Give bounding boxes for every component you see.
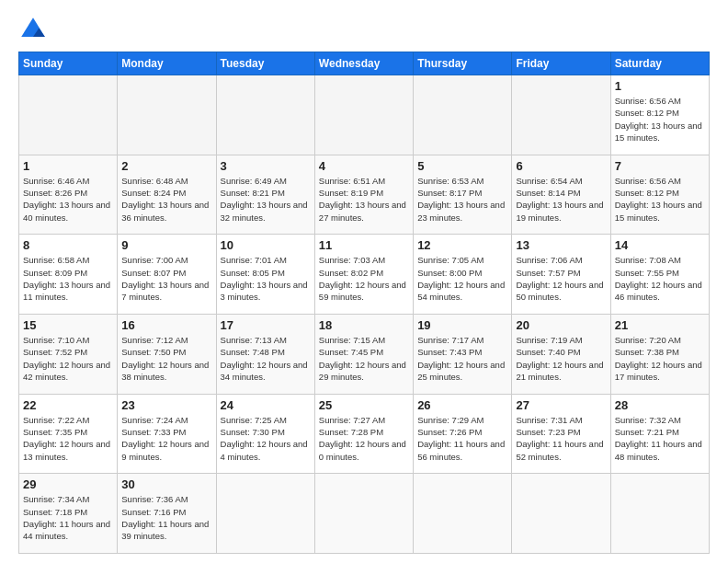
week-row: 8Sunrise: 6:58 AMSunset: 8:09 PMDaylight… (19, 235, 710, 315)
calendar-cell (118, 75, 216, 155)
day-info: Sunrise: 7:12 AMSunset: 7:50 PMDaylight:… (121, 334, 211, 383)
calendar-cell: 16Sunrise: 7:12 AMSunset: 7:50 PMDayligh… (118, 314, 216, 394)
day-info: Sunrise: 7:00 AMSunset: 8:07 PMDaylight:… (121, 254, 211, 303)
week-row: 1Sunrise: 6:56 AMSunset: 8:12 PMDaylight… (19, 75, 710, 155)
day-number: 15 (23, 318, 113, 332)
day-number: 21 (615, 318, 705, 332)
day-info: Sunrise: 6:53 AMSunset: 8:17 PMDaylight:… (417, 175, 507, 224)
day-info: Sunrise: 7:19 AMSunset: 7:40 PMDaylight:… (516, 334, 606, 383)
calendar-cell: 8Sunrise: 6:58 AMSunset: 8:09 PMDaylight… (19, 235, 118, 315)
day-of-week-header: Tuesday (216, 52, 314, 75)
week-row: 15Sunrise: 7:10 AMSunset: 7:52 PMDayligh… (19, 314, 710, 394)
day-number: 23 (121, 398, 211, 412)
day-number: 1 (23, 159, 113, 173)
day-info: Sunrise: 7:20 AMSunset: 7:38 PMDaylight:… (615, 334, 705, 383)
day-info: Sunrise: 6:58 AMSunset: 8:09 PMDaylight:… (23, 254, 113, 303)
logo-icon (18, 15, 48, 44)
calendar-cell (610, 474, 709, 554)
calendar-cell: 4Sunrise: 6:51 AMSunset: 8:19 PMDaylight… (314, 155, 413, 235)
calendar-cell: 18Sunrise: 7:15 AMSunset: 7:45 PMDayligh… (314, 314, 413, 394)
calendar-cell: 20Sunrise: 7:19 AMSunset: 7:40 PMDayligh… (512, 314, 610, 394)
day-info: Sunrise: 7:05 AMSunset: 8:00 PMDaylight:… (417, 254, 507, 303)
logo (18, 15, 51, 44)
calendar-cell: 25Sunrise: 7:27 AMSunset: 7:28 PMDayligh… (314, 394, 413, 474)
calendar-cell: 2Sunrise: 6:48 AMSunset: 8:24 PMDaylight… (118, 155, 216, 235)
day-info: Sunrise: 7:01 AMSunset: 8:05 PMDaylight:… (221, 254, 311, 303)
calendar-cell: 15Sunrise: 7:10 AMSunset: 7:52 PMDayligh… (19, 314, 118, 394)
day-info: Sunrise: 7:06 AMSunset: 7:57 PMDaylight:… (516, 254, 606, 303)
day-number: 16 (121, 318, 211, 332)
calendar-cell: 17Sunrise: 7:13 AMSunset: 7:48 PMDayligh… (216, 314, 314, 394)
day-info: Sunrise: 7:34 AMSunset: 7:18 PMDaylight:… (23, 493, 113, 542)
calendar-cell (216, 474, 314, 554)
calendar-cell (414, 75, 512, 155)
day-number: 25 (319, 398, 409, 412)
day-number: 12 (417, 238, 507, 252)
day-number: 9 (121, 238, 211, 252)
day-info: Sunrise: 7:27 AMSunset: 7:28 PMDaylight:… (319, 414, 409, 463)
day-number: 7 (615, 159, 705, 173)
day-info: Sunrise: 7:24 AMSunset: 7:33 PMDaylight:… (121, 414, 211, 463)
calendar-cell: 6Sunrise: 6:54 AMSunset: 8:14 PMDaylight… (512, 155, 610, 235)
week-row: 29Sunrise: 7:34 AMSunset: 7:18 PMDayligh… (19, 474, 710, 554)
calendar-cell: 28Sunrise: 7:32 AMSunset: 7:21 PMDayligh… (610, 394, 709, 474)
calendar-cell: 3Sunrise: 6:49 AMSunset: 8:21 PMDaylight… (216, 155, 314, 235)
day-of-week-header: Monday (118, 52, 216, 75)
day-info: Sunrise: 7:10 AMSunset: 7:52 PMDaylight:… (23, 334, 113, 383)
week-row: 22Sunrise: 7:22 AMSunset: 7:35 PMDayligh… (19, 394, 710, 474)
day-number: 19 (417, 318, 507, 332)
day-number: 11 (319, 238, 409, 252)
day-info: Sunrise: 7:03 AMSunset: 8:02 PMDaylight:… (319, 254, 409, 303)
calendar-cell: 11Sunrise: 7:03 AMSunset: 8:02 PMDayligh… (314, 235, 413, 315)
day-info: Sunrise: 7:17 AMSunset: 7:43 PMDaylight:… (417, 334, 507, 383)
day-info: Sunrise: 6:56 AMSunset: 8:12 PMDaylight:… (615, 175, 705, 224)
day-of-week-header: Sunday (19, 52, 118, 75)
calendar-cell: 1Sunrise: 6:56 AMSunset: 8:12 PMDaylight… (610, 75, 709, 155)
calendar-cell: 27Sunrise: 7:31 AMSunset: 7:23 PMDayligh… (512, 394, 610, 474)
day-number: 18 (319, 318, 409, 332)
page: SundayMondayTuesdayWednesdayThursdayFrid… (0, 0, 728, 563)
calendar-cell (512, 474, 610, 554)
day-number: 17 (221, 318, 311, 332)
calendar-cell: 13Sunrise: 7:06 AMSunset: 7:57 PMDayligh… (512, 235, 610, 315)
day-info: Sunrise: 6:46 AMSunset: 8:26 PMDaylight:… (23, 175, 113, 224)
day-info: Sunrise: 7:29 AMSunset: 7:26 PMDaylight:… (417, 414, 507, 463)
calendar-cell: 14Sunrise: 7:08 AMSunset: 7:55 PMDayligh… (610, 235, 709, 315)
day-number: 30 (121, 477, 211, 491)
day-info: Sunrise: 7:13 AMSunset: 7:48 PMDaylight:… (221, 334, 311, 383)
day-number: 22 (23, 398, 113, 412)
calendar-cell (414, 474, 512, 554)
day-info: Sunrise: 7:08 AMSunset: 7:55 PMDaylight:… (615, 254, 705, 303)
day-number: 28 (615, 398, 705, 412)
calendar: SundayMondayTuesdayWednesdayThursdayFrid… (18, 52, 710, 554)
day-number: 5 (417, 159, 507, 173)
calendar-cell: 21Sunrise: 7:20 AMSunset: 7:38 PMDayligh… (610, 314, 709, 394)
calendar-cell: 30Sunrise: 7:36 AMSunset: 7:16 PMDayligh… (118, 474, 216, 554)
day-info: Sunrise: 7:25 AMSunset: 7:30 PMDaylight:… (221, 414, 311, 463)
calendar-cell (314, 75, 413, 155)
day-info: Sunrise: 6:54 AMSunset: 8:14 PMDaylight:… (516, 175, 606, 224)
day-of-week-header: Thursday (414, 52, 512, 75)
calendar-cell: 19Sunrise: 7:17 AMSunset: 7:43 PMDayligh… (414, 314, 512, 394)
day-number: 29 (23, 477, 113, 491)
day-info: Sunrise: 6:49 AMSunset: 8:21 PMDaylight:… (221, 175, 311, 224)
calendar-cell: 5Sunrise: 6:53 AMSunset: 8:17 PMDaylight… (414, 155, 512, 235)
calendar-cell: 1Sunrise: 6:46 AMSunset: 8:26 PMDaylight… (19, 155, 118, 235)
day-number: 1 (615, 79, 705, 93)
day-of-week-header: Wednesday (314, 52, 413, 75)
day-info: Sunrise: 7:15 AMSunset: 7:45 PMDaylight:… (319, 334, 409, 383)
day-info: Sunrise: 6:48 AMSunset: 8:24 PMDaylight:… (121, 175, 211, 224)
day-number: 27 (516, 398, 606, 412)
day-number: 20 (516, 318, 606, 332)
header (18, 15, 710, 44)
day-of-week-header: Friday (512, 52, 610, 75)
week-row: 1Sunrise: 6:46 AMSunset: 8:26 PMDaylight… (19, 155, 710, 235)
day-info: Sunrise: 7:22 AMSunset: 7:35 PMDaylight:… (23, 414, 113, 463)
day-of-week-header: Saturday (610, 52, 709, 75)
calendar-cell: 10Sunrise: 7:01 AMSunset: 8:05 PMDayligh… (216, 235, 314, 315)
calendar-cell: 22Sunrise: 7:22 AMSunset: 7:35 PMDayligh… (19, 394, 118, 474)
calendar-cell: 12Sunrise: 7:05 AMSunset: 8:00 PMDayligh… (414, 235, 512, 315)
day-number: 8 (23, 238, 113, 252)
calendar-cell (512, 75, 610, 155)
calendar-cell: 9Sunrise: 7:00 AMSunset: 8:07 PMDaylight… (118, 235, 216, 315)
